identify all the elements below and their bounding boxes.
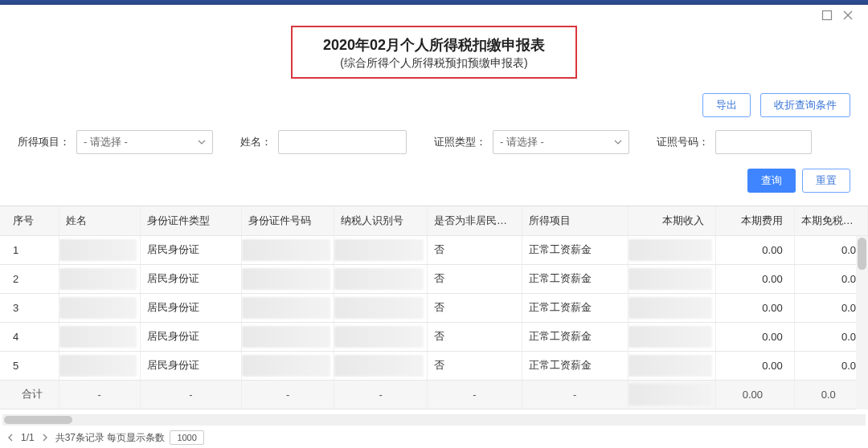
th-fee: 本期费用 bbox=[716, 206, 794, 235]
idno-label: 证照号码： bbox=[657, 135, 709, 149]
cell-name bbox=[59, 235, 140, 264]
cell-index: 3 bbox=[0, 293, 59, 322]
cell-idtype: 居民身份证 bbox=[141, 322, 242, 351]
action-bar: 导出 收折查询条件 bbox=[18, 93, 850, 117]
cell-taxpayerno bbox=[334, 322, 428, 351]
income-item-label: 所得项目： bbox=[18, 135, 70, 149]
cell-taxpayerno bbox=[334, 293, 428, 322]
cell-fee: 0.00 bbox=[716, 322, 794, 351]
cell-index: 1 bbox=[0, 235, 59, 264]
page-indicator: 1/1 bbox=[21, 432, 35, 443]
cell-name bbox=[59, 293, 140, 322]
title-frame: 2020年02月个人所得税扣缴申报表 (综合所得个人所得税预扣预缴申报表) bbox=[291, 26, 577, 79]
title-bar bbox=[0, 0, 868, 5]
cell-income bbox=[628, 235, 716, 264]
cell-fee: 0.00 bbox=[716, 235, 794, 264]
income-item-select[interactable]: - 请选择 - bbox=[76, 130, 213, 154]
idtype-select[interactable]: - 请选择 - bbox=[493, 130, 629, 154]
cell-index: 5 bbox=[0, 351, 59, 380]
name-input[interactable] bbox=[278, 130, 407, 154]
cell-idno bbox=[241, 264, 334, 293]
close-icon[interactable] bbox=[842, 10, 854, 21]
cell-taxpayerno bbox=[334, 264, 428, 293]
horizontal-scrollbar[interactable] bbox=[2, 414, 866, 426]
th-name: 姓名 bbox=[59, 206, 140, 235]
cell-idno bbox=[241, 351, 334, 380]
cell-incomeitem: 正常工资薪金 bbox=[522, 322, 628, 351]
cell-nonres: 否 bbox=[428, 293, 522, 322]
cell-index: 2 bbox=[0, 264, 59, 293]
cell-incomeitem: 正常工资薪金 bbox=[522, 264, 628, 293]
th-taxpayerno: 纳税人识别号 bbox=[334, 206, 428, 235]
page-size-select[interactable]: 1000 bbox=[170, 430, 203, 445]
maximize-icon[interactable] bbox=[821, 10, 833, 21]
reset-button[interactable]: 重置 bbox=[802, 169, 850, 193]
cell-index: 4 bbox=[0, 322, 59, 351]
cell-idtype: 居民身份证 bbox=[141, 293, 242, 322]
total-income-cell bbox=[628, 380, 716, 409]
cell-income bbox=[628, 322, 716, 351]
th-index: 序号 bbox=[0, 206, 59, 235]
cell-fee: 0.00 bbox=[716, 264, 794, 293]
th-incomeitem: 所得项目 bbox=[522, 206, 628, 235]
cell-name bbox=[59, 322, 140, 351]
th-exempt: 本期免税收入 bbox=[794, 206, 867, 235]
cell-income bbox=[628, 264, 716, 293]
chevron-down-icon bbox=[198, 136, 206, 149]
table-row[interactable]: 4居民身份证否正常工资薪金0.000.0 bbox=[0, 322, 868, 351]
data-table: 序号 姓名 身份证件类型 身份证件号码 纳税人识别号 是否为非居民个人 所得项目… bbox=[0, 206, 868, 409]
table-row[interactable]: 3居民身份证否正常工资薪金0.000.0 bbox=[0, 293, 868, 322]
cell-taxpayerno bbox=[334, 351, 428, 380]
cell-fee: 0.00 bbox=[716, 293, 794, 322]
cell-taxpayerno bbox=[334, 235, 428, 264]
table-header-row: 序号 姓名 身份证件类型 身份证件号码 纳税人识别号 是否为非居民个人 所得项目… bbox=[0, 206, 868, 235]
total-fee-cell: 0.00 bbox=[716, 380, 794, 409]
cell-nonres: 否 bbox=[428, 235, 522, 264]
toggle-filters-button[interactable]: 收折查询条件 bbox=[760, 93, 850, 117]
cell-name bbox=[59, 351, 140, 380]
income-item-placeholder: - 请选择 - bbox=[84, 135, 128, 149]
page-next-icon[interactable] bbox=[39, 432, 51, 443]
th-income: 本期收入 bbox=[628, 206, 716, 235]
cell-nonres: 否 bbox=[428, 322, 522, 351]
page-title: 2020年02月个人所得税扣缴申报表 bbox=[323, 35, 545, 55]
cell-idno bbox=[241, 293, 334, 322]
cell-nonres: 否 bbox=[428, 351, 522, 380]
cell-nonres: 否 bbox=[428, 264, 522, 293]
cell-idtype: 居民身份证 bbox=[141, 264, 242, 293]
table-row[interactable]: 1居民身份证否正常工资薪金0.000.0 bbox=[0, 235, 868, 264]
cell-idno bbox=[241, 235, 334, 264]
filter-panel: 所得项目： - 请选择 - 姓名： 证照类型： - 请选择 - 证照号码： 查询… bbox=[18, 125, 850, 198]
total-row: 合计 - - - - - - 0.00 0.0 bbox=[0, 380, 868, 409]
cell-name bbox=[59, 264, 140, 293]
cell-fee: 0.00 bbox=[716, 351, 794, 380]
cell-incomeitem: 正常工资薪金 bbox=[522, 235, 628, 264]
cell-idno bbox=[241, 322, 334, 351]
cell-incomeitem: 正常工资薪金 bbox=[522, 351, 628, 380]
page-prev-icon[interactable] bbox=[5, 432, 16, 443]
cell-idtype: 居民身份证 bbox=[141, 235, 242, 264]
idtype-label: 证照类型： bbox=[434, 135, 486, 149]
page-subtitle: (综合所得个人所得税预扣预缴申报表) bbox=[323, 56, 545, 71]
table-row[interactable]: 5居民身份证否正常工资薪金0.000.0 bbox=[0, 351, 868, 380]
window-controls bbox=[821, 10, 854, 21]
records-text: 共37条记录 每页显示条数 bbox=[55, 431, 166, 445]
cell-income bbox=[628, 293, 716, 322]
table-row[interactable]: 2居民身份证否正常工资薪金0.000.0 bbox=[0, 264, 868, 293]
query-button[interactable]: 查询 bbox=[747, 169, 796, 193]
cell-idtype: 居民身份证 bbox=[141, 351, 242, 380]
vertical-scrollbar[interactable] bbox=[856, 236, 868, 409]
page-title-block: 2020年02月个人所得税扣缴申报表 (综合所得个人所得税预扣预缴申报表) bbox=[0, 26, 868, 79]
th-nonres: 是否为非居民个人 bbox=[428, 206, 522, 235]
name-label: 姓名： bbox=[240, 135, 272, 149]
pager: 1/1 共37条记录 每页显示条数 1000 bbox=[5, 430, 863, 445]
th-idtype: 身份证件类型 bbox=[141, 206, 242, 235]
export-button[interactable]: 导出 bbox=[702, 93, 751, 117]
chevron-down-icon bbox=[614, 136, 622, 149]
idno-input[interactable] bbox=[715, 130, 812, 154]
idtype-placeholder: - 请选择 - bbox=[500, 135, 544, 149]
cell-incomeitem: 正常工资薪金 bbox=[522, 293, 628, 322]
cell-income bbox=[628, 351, 716, 380]
svg-rect-0 bbox=[823, 11, 832, 20]
total-label: 合计 bbox=[0, 380, 59, 409]
